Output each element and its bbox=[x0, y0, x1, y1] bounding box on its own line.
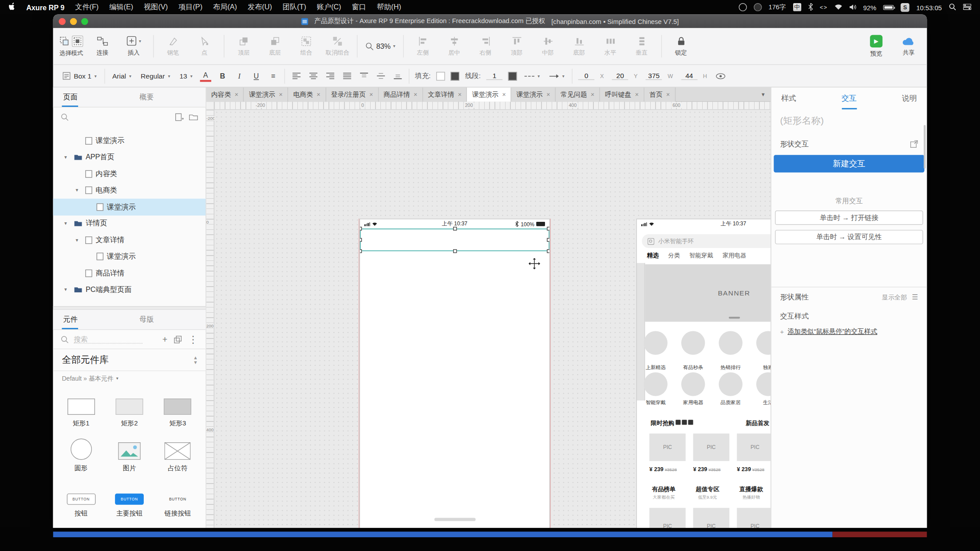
selection-handle[interactable] bbox=[547, 249, 550, 253]
selection-handle[interactable] bbox=[453, 249, 457, 253]
tree-item-folder[interactable]: ▾ PC端典型页面 bbox=[53, 281, 206, 298]
quick-set-visibility-button[interactable]: 单击时 → 设置可见性 bbox=[775, 230, 923, 244]
volume-icon[interactable] bbox=[850, 4, 856, 11]
menu-view[interactable]: 视图(V) bbox=[144, 3, 168, 12]
zoom-control[interactable]: 83% ▾ bbox=[365, 42, 395, 51]
tab-interaction[interactable]: 交互 bbox=[842, 93, 857, 109]
add-page-icon[interactable] bbox=[175, 113, 184, 121]
tab-overflow-button[interactable]: ▼ bbox=[755, 87, 771, 101]
selection-handle[interactable] bbox=[360, 249, 362, 253]
nav-item[interactable]: 智能穿戴 bbox=[689, 252, 713, 260]
more-options-icon[interactable]: ⋮ bbox=[188, 333, 198, 345]
category-icon[interactable] bbox=[681, 331, 705, 355]
close-icon[interactable]: × bbox=[316, 91, 320, 98]
font-size-dropdown[interactable]: 13▾ bbox=[178, 71, 194, 81]
group-button[interactable]: 组合 bbox=[294, 36, 318, 56]
quick-open-link-button[interactable]: 单击时 → 打开链接 bbox=[775, 211, 923, 225]
widget-image[interactable]: 图片 bbox=[105, 431, 154, 476]
tree-item[interactable]: 内容类 bbox=[53, 165, 206, 182]
point-tool-button[interactable]: 点 bbox=[193, 36, 217, 56]
pen-tool-button[interactable]: 钢笔 bbox=[161, 36, 185, 56]
font-weight-dropdown[interactable]: Regular▾ bbox=[139, 71, 172, 81]
nav-item[interactable]: 分类 bbox=[668, 252, 680, 260]
progress-bar-red[interactable] bbox=[833, 531, 927, 537]
vertical-align-bottom-button[interactable] bbox=[392, 70, 403, 81]
prototype-search-bar[interactable]: 小米智能手环 bbox=[642, 234, 771, 248]
arrow-style-dropdown[interactable]: ▾ bbox=[547, 72, 566, 80]
library-dropdown[interactable]: 全部元件库 ▴▾ bbox=[53, 349, 206, 371]
vertical-align-top-button[interactable] bbox=[358, 70, 369, 81]
font-family-dropdown[interactable]: Arial▾ bbox=[111, 71, 133, 81]
font-color-button[interactable]: A bbox=[200, 70, 211, 81]
share-button[interactable]: 共享 bbox=[897, 35, 921, 58]
banner-placeholder[interactable]: BANNER bbox=[645, 264, 771, 322]
show-all-button[interactable]: 显示全部 bbox=[882, 293, 907, 302]
selection-handle[interactable] bbox=[360, 238, 362, 242]
widget-button[interactable]: BUTTON按钮 bbox=[57, 476, 105, 521]
line-color-swatch[interactable] bbox=[508, 71, 517, 80]
tab-masters[interactable]: 母版 bbox=[129, 310, 205, 329]
canvas-tab[interactable]: 文章详情× bbox=[423, 87, 467, 102]
canvas-tab[interactable]: 课堂演示× bbox=[244, 87, 288, 102]
ungroup-button[interactable]: 取消组合 bbox=[326, 36, 350, 56]
nav-item[interactable]: 家用电器 bbox=[723, 252, 747, 260]
section-title[interactable]: 超值专区 bbox=[686, 485, 730, 493]
close-icon[interactable]: × bbox=[235, 91, 238, 98]
section-title[interactable]: 直播爆款 bbox=[729, 485, 771, 493]
canvas[interactable]: 上午 10:37 100% bbox=[214, 110, 771, 528]
text-align-left-button[interactable] bbox=[291, 70, 302, 81]
product-image[interactable]: PIC bbox=[693, 433, 730, 461]
artboard-phone-reference[interactable]: 上午 10:37 小米智能手环 精选 分类 智能穿戴 家用电器 bbox=[636, 219, 771, 528]
align-center-button[interactable]: 居中 bbox=[442, 36, 466, 56]
text-align-right-button[interactable] bbox=[324, 70, 336, 81]
text-align-center-button[interactable] bbox=[308, 70, 319, 81]
nav-item[interactable]: 精选 bbox=[647, 252, 659, 260]
menu-window[interactable]: 窗口 bbox=[352, 3, 366, 12]
scrollbar-thumb[interactable] bbox=[924, 125, 925, 169]
insert-button[interactable]: ▾ 插入 bbox=[122, 35, 146, 57]
preview-button[interactable]: ▶ 预览 bbox=[864, 35, 888, 58]
widget-ellipse[interactable]: 圆形 bbox=[57, 431, 105, 476]
tree-item-folder[interactable]: ▾ APP首页 bbox=[53, 149, 206, 165]
category-icon[interactable] bbox=[719, 331, 743, 355]
close-icon[interactable]: × bbox=[666, 91, 670, 98]
tree-item[interactable]: ▾ 文章详情 bbox=[53, 232, 206, 248]
widget-rectangle3[interactable]: 矩形3 bbox=[154, 386, 202, 431]
menu-account[interactable]: 账户(C) bbox=[317, 3, 341, 12]
connect-button[interactable]: 连接 bbox=[91, 36, 115, 56]
close-icon[interactable]: × bbox=[546, 91, 550, 98]
input-method-badge[interactable]: 中 bbox=[793, 3, 801, 11]
close-icon[interactable]: × bbox=[458, 91, 462, 98]
canvas-tab[interactable]: 登录/注册页× bbox=[326, 87, 379, 102]
category-icon[interactable] bbox=[681, 372, 705, 396]
align-bottom-button[interactable]: 底部 bbox=[567, 36, 591, 56]
product-image[interactable]: PIC bbox=[737, 433, 771, 461]
align-left-button[interactable]: 左侧 bbox=[411, 36, 435, 56]
spotlight-search-icon[interactable] bbox=[949, 3, 956, 12]
selection-handle[interactable] bbox=[547, 238, 550, 242]
selection-handle[interactable] bbox=[547, 227, 550, 230]
close-icon[interactable]: × bbox=[369, 91, 373, 98]
tab-widgets[interactable]: 元件 bbox=[53, 310, 130, 329]
menu-file[interactable]: 文件(F) bbox=[75, 3, 99, 12]
style-preset-dropdown[interactable]: Box 1 ▾ bbox=[61, 71, 99, 81]
canvas-tab[interactable]: 商品详情× bbox=[379, 87, 423, 102]
add-interaction-style-link[interactable]: + 添加类似“鼠标悬停”的交互样式 bbox=[771, 321, 927, 336]
bold-button[interactable]: B bbox=[217, 70, 228, 81]
canvas-tab[interactable]: 电商类× bbox=[288, 87, 326, 102]
canvas-tab[interactable]: 课堂演示× bbox=[511, 87, 556, 102]
tab-style[interactable]: 样式 bbox=[781, 93, 796, 103]
widget-search-input[interactable] bbox=[74, 335, 142, 343]
line-style-dropdown[interactable]: ▾ bbox=[522, 72, 541, 80]
category-icon[interactable] bbox=[756, 331, 771, 355]
send-to-back-button[interactable]: 底层 bbox=[263, 36, 287, 56]
height-field[interactable]: 44 bbox=[681, 72, 697, 80]
artboard-phone-editing[interactable]: 上午 10:37 100% bbox=[360, 219, 550, 528]
line-width-field[interactable]: 1 bbox=[486, 72, 503, 80]
progress-bar-blue[interactable] bbox=[53, 531, 833, 537]
bring-to-front-button[interactable]: 顶层 bbox=[232, 36, 256, 56]
underline-button[interactable]: U bbox=[251, 70, 262, 81]
italic-button[interactable]: I bbox=[234, 70, 245, 81]
bluetooth-icon[interactable] bbox=[808, 3, 813, 12]
close-icon[interactable]: × bbox=[414, 91, 417, 98]
